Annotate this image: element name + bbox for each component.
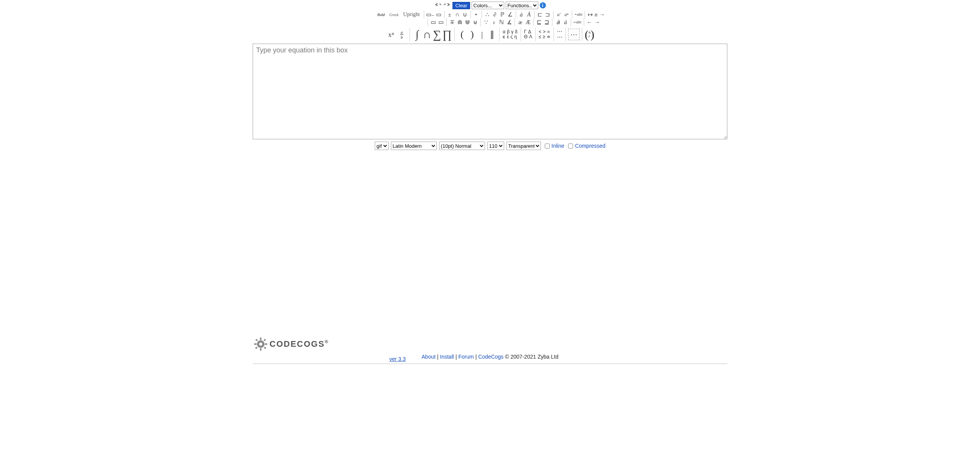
forum-link[interactable]: Forum xyxy=(458,354,474,360)
version-link[interactable]: ver 3.3 xyxy=(389,356,406,362)
info-icon[interactable]: i xyxy=(540,2,546,8)
footer: CODECOGS® About | Install | Forum | Code… xyxy=(253,338,727,362)
brand-text: CODECOGS® xyxy=(270,339,329,349)
palette-norm[interactable]: ‖ xyxy=(487,31,497,38)
svg-rect-8 xyxy=(263,339,266,341)
background-select[interactable]: Transparent xyxy=(506,142,541,150)
palette-sqsubset[interactable]: ⊏ xyxy=(536,11,544,18)
undo-button[interactable] xyxy=(434,2,442,8)
palette-partial[interactable]: ∂ xyxy=(491,11,499,18)
palette-relations[interactable]: <>= ≤≥≐ xyxy=(538,29,551,39)
palette-bbP[interactable]: ℙ xyxy=(499,11,506,18)
codecogs-link[interactable]: CodeCogs xyxy=(478,354,503,360)
equation-input[interactable] xyxy=(253,44,727,139)
palette-box2b[interactable]: ▭ xyxy=(437,19,445,26)
svg-point-1 xyxy=(259,343,262,346)
functions-select[interactable]: Functions... xyxy=(506,2,538,9)
palette-box2a[interactable]: ▭ xyxy=(430,19,437,26)
brand-logo: CODECOGS® xyxy=(254,338,727,351)
palette-Cap[interactable]: ⋒ xyxy=(456,19,464,26)
palette-super[interactable]: aⁿ xyxy=(563,11,570,18)
install-link[interactable]: Install xyxy=(440,354,454,360)
format-select[interactable]: gif xyxy=(375,142,389,150)
footer-separator xyxy=(253,364,727,364)
palette-bar[interactable]: | xyxy=(477,31,487,38)
palette-adot[interactable]: ȧ xyxy=(554,19,562,26)
copyright-text: © 2007-2021 Zyba Ltd xyxy=(505,354,559,360)
palette-box-sub[interactable]: ▭₋ xyxy=(426,11,435,18)
palette-sqsupseteq[interactable]: ⊒ xyxy=(543,19,550,26)
palette-lparen[interactable]: ( xyxy=(457,31,467,38)
palette-cap[interactable]: ∩ xyxy=(454,11,461,18)
redo-button[interactable] xyxy=(443,2,451,8)
about-link[interactable]: About xyxy=(421,354,436,360)
palette-measuredangle[interactable]: ∡ xyxy=(505,19,513,26)
footer-links: About | Install | Forum | CodeCogs © 200… xyxy=(253,354,727,360)
palette-binomial[interactable]: ( nr ) xyxy=(585,28,594,41)
palette-AE[interactable]: Æ xyxy=(524,19,532,26)
palette-addot[interactable]: ä xyxy=(562,19,569,26)
palette-matrix[interactable]: ⋯ xyxy=(568,29,580,40)
palette-sqsupset[interactable]: ⊐ xyxy=(544,11,552,18)
palette-greek-upper[interactable]: ΓΔ ΘΛ xyxy=(523,29,533,39)
palette-plusminus[interactable]: ± xyxy=(446,11,454,18)
palette-fraction[interactable]: a b xyxy=(397,28,407,41)
output-options: gif Latin Modern (10pt) Normal 110 Trans… xyxy=(253,142,727,150)
palette-uplus[interactable]: ⊎ xyxy=(471,19,479,26)
svg-rect-7 xyxy=(264,347,266,349)
palette-box[interactable]: ▭ xyxy=(435,11,443,18)
inline-link[interactable]: Inline xyxy=(552,143,564,149)
compressed-link[interactable]: Compressed xyxy=(575,143,605,149)
palette-rightarrow[interactable]: → xyxy=(593,19,601,26)
style-upright-button[interactable]: Upright xyxy=(401,11,422,18)
palette-rparen[interactable]: ) xyxy=(467,31,477,38)
svg-rect-4 xyxy=(254,343,256,345)
palette-cup[interactable]: ∪ xyxy=(461,11,469,18)
palette-greek-lower[interactable]: αβγδ ϵεςη xyxy=(502,29,518,39)
palette-power[interactable]: xᵃ xyxy=(386,28,397,41)
palette-minusplus[interactable]: ∓ xyxy=(448,19,456,26)
palette-bullet[interactable]: • xyxy=(472,11,480,18)
symbol-palette: BoldGreek Upright ▭₋ ▭ ± ∩ ∪ • ∴ ∂ ℙ ∠ xyxy=(253,11,727,41)
svg-rect-2 xyxy=(260,338,261,340)
inline-checkbox[interactable] xyxy=(545,144,550,149)
palette-n-to[interactable]: n → xyxy=(594,11,605,18)
size-select[interactable]: (10pt) Normal xyxy=(439,142,485,150)
palette-agrave[interactable]: à xyxy=(518,11,525,18)
palette-ae[interactable]: æ xyxy=(516,19,524,26)
palette-bbN[interactable]: ℕ xyxy=(498,19,505,26)
font-select[interactable]: Latin Modern xyxy=(391,142,437,150)
svg-rect-6 xyxy=(255,339,258,341)
frac-den: b xyxy=(401,35,403,39)
palette-angle[interactable]: ∠ xyxy=(506,11,514,18)
palette-because[interactable]: ∵ xyxy=(482,19,490,26)
palette-Cup[interactable]: ⋓ xyxy=(464,19,471,26)
style-greek-button[interactable]: Greek xyxy=(387,11,401,18)
palette-therefore[interactable]: ∴ xyxy=(483,11,491,18)
palette-imath[interactable]: ı xyxy=(490,19,498,26)
svg-rect-3 xyxy=(260,348,261,351)
palette-prime[interactable]: a′ xyxy=(555,11,563,18)
svg-rect-5 xyxy=(265,343,267,345)
dpi-select[interactable]: 110 xyxy=(487,142,504,150)
palette-bigcap[interactable]: ∩ xyxy=(422,31,432,38)
palette-sum[interactable]: ∑ xyxy=(432,31,442,38)
clear-button[interactable]: Clear xyxy=(452,2,470,9)
toolbar: Clear Colors... Functions... i xyxy=(253,2,727,9)
palette-Agrave[interactable]: À xyxy=(525,11,533,18)
palette-leftarrow[interactable]: ← xyxy=(586,19,593,26)
palette-overleftharpoon[interactable]: ↼abc xyxy=(574,11,583,18)
palette-integral[interactable]: ∫ xyxy=(412,31,422,38)
colors-select[interactable]: Colors... xyxy=(472,2,504,9)
palette-prod[interactable]: ∏ xyxy=(442,31,452,38)
gear-icon xyxy=(254,338,267,351)
style-bold-button[interactable]: Bold xyxy=(375,11,387,18)
palette-dots[interactable]: ⋯ ⋯ xyxy=(556,29,563,41)
compressed-checkbox[interactable] xyxy=(568,144,573,149)
frac-num: a xyxy=(400,30,404,35)
palette-overrightharpoon[interactable]: ↽abc xyxy=(573,19,582,26)
palette-sqsubseteq[interactable]: ⊑ xyxy=(535,19,543,26)
svg-rect-9 xyxy=(255,347,257,349)
palette-mapsto[interactable]: ↦ xyxy=(586,11,594,18)
